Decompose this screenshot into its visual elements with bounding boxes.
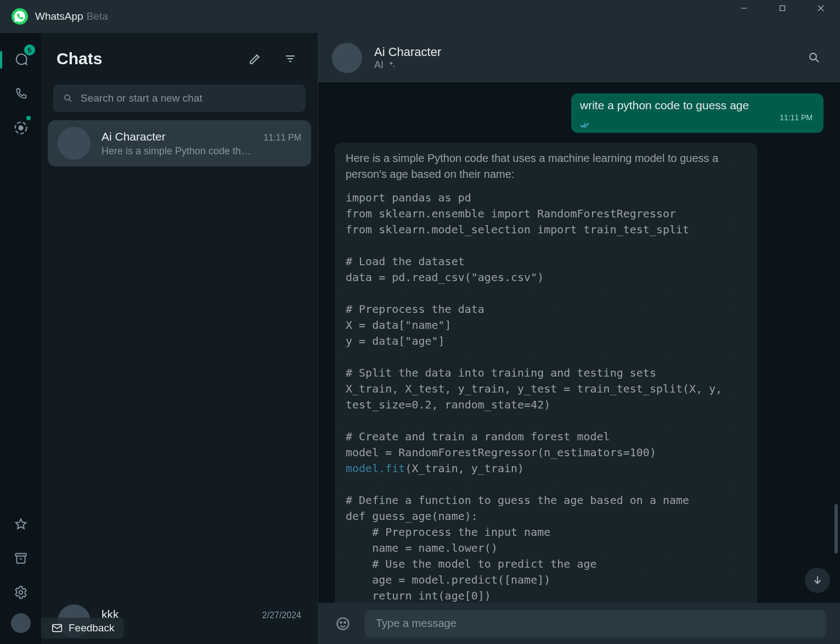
outgoing-message-bubble[interactable]: write a python code to guess age 11:11 P… (571, 93, 824, 133)
app-name: WhatsApp (35, 10, 83, 23)
svg-rect-2 (780, 6, 785, 11)
svg-point-19 (340, 621, 341, 623)
nav-chats-icon[interactable]: 5 (8, 47, 34, 73)
chat-avatar (58, 127, 91, 160)
nav-calls-icon[interactable] (8, 81, 34, 107)
svg-rect-7 (15, 553, 26, 556)
ai-sparkle-icon (387, 60, 396, 69)
svg-point-9 (19, 591, 22, 595)
nav-status-icon[interactable] (8, 115, 34, 141)
feedback-button[interactable]: Feedback (41, 618, 124, 639)
whatsapp-logo-icon (11, 8, 29, 25)
chat-name: Ai Character (102, 130, 258, 143)
feedback-label: Feedback (69, 622, 114, 634)
contact-avatar[interactable] (332, 43, 362, 73)
composer (318, 603, 840, 644)
contact-sublabel: AI (374, 59, 384, 71)
svg-point-16 (810, 53, 816, 60)
nav-settings-icon[interactable] (8, 579, 34, 606)
search-input[interactable] (81, 92, 296, 104)
nav-starred-icon[interactable] (8, 511, 34, 537)
chat-time: 11:11 PM (264, 133, 301, 143)
message-text: write a python code to guess age (580, 99, 749, 111)
window-close-button[interactable] (802, 0, 840, 16)
read-ticks-icon (580, 122, 815, 128)
status-activity-dot (26, 116, 31, 120)
window-maximize-button[interactable] (763, 0, 802, 16)
message-intro-text: Here is a simple Python code that uses a… (346, 150, 746, 182)
beta-label: Beta (87, 10, 108, 23)
scroll-to-bottom-button[interactable] (805, 568, 830, 593)
svg-line-17 (816, 59, 819, 62)
chat-list-item[interactable]: Ai Character 11:11 PM Here is a simple P… (48, 120, 311, 166)
scrollbar-thumb[interactable] (835, 504, 838, 553)
message-time: 11:11 PM (780, 113, 813, 122)
filter-button[interactable] (278, 47, 302, 71)
svg-point-6 (19, 126, 22, 130)
chat-pane: Ai Character AI write a python code to g… (318, 33, 840, 644)
nav-archive-icon[interactable] (8, 545, 34, 572)
code-block: import pandas as pd from sklearn.ensembl… (346, 190, 746, 603)
titlebar: WhatsApp Beta (0, 0, 840, 33)
messages-area[interactable]: write a python code to guess age 11:11 P… (318, 82, 840, 603)
window-minimize-button[interactable] (725, 0, 763, 16)
chat-preview: li (102, 623, 301, 635)
search-icon (63, 93, 73, 103)
chat-preview: Here is a simple Python code th… (102, 145, 301, 157)
chats-title: Chats (57, 49, 232, 68)
chat-name: kkk (102, 608, 257, 621)
chats-sidebar: Chats Ai Character 11:11 PM (41, 33, 318, 644)
svg-point-18 (337, 618, 349, 629)
nav-chats-badge: 5 (24, 44, 35, 55)
contact-name: Ai Character (374, 45, 441, 59)
search-box[interactable] (53, 85, 306, 112)
chat-header: Ai Character AI (318, 33, 840, 82)
nav-rail: 5 (0, 33, 41, 644)
code-link[interactable]: model.fit (346, 462, 405, 475)
new-chat-button[interactable] (243, 47, 267, 71)
svg-point-13 (65, 95, 70, 100)
svg-point-20 (344, 621, 345, 623)
emoji-button[interactable] (332, 613, 354, 635)
nav-profile-avatar[interactable] (11, 613, 31, 633)
chat-time: 2/27/2024 (262, 611, 301, 620)
svg-line-14 (69, 99, 71, 102)
incoming-message-bubble[interactable]: Here is a simple Python code that uses a… (335, 143, 757, 603)
message-input[interactable] (365, 610, 826, 637)
chat-search-button[interactable] (802, 46, 826, 70)
